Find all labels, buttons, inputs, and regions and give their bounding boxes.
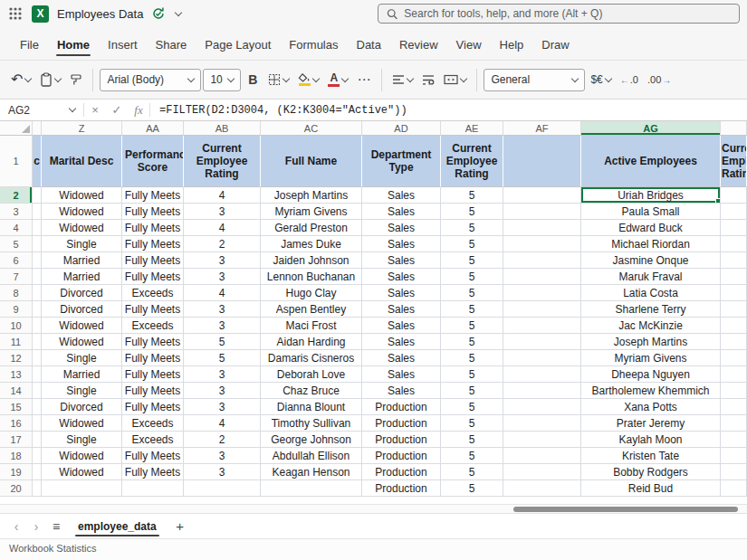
cell-aa3[interactable]: Fully Meets [122, 204, 184, 220]
cell-ab14[interactable]: 3 [184, 383, 261, 399]
cell-ad15[interactable]: Production [362, 399, 441, 415]
cell-af4[interactable] [503, 220, 581, 236]
menu-item-help[interactable]: Help [491, 32, 533, 60]
cell-ab18[interactable]: 3 [184, 448, 261, 464]
cell-ac20[interactable] [261, 480, 362, 497]
cell-ab5[interactable]: 2 [184, 236, 261, 252]
cell-af10[interactable] [503, 318, 581, 334]
cell-x11[interactable] [33, 334, 42, 350]
header-cell-partial1[interactable]: c [33, 136, 42, 187]
cell-af2[interactable] [503, 187, 581, 204]
row-header-15[interactable]: 15 [0, 399, 33, 415]
cell-ab6[interactable]: 3 [184, 252, 261, 269]
cell-ad19[interactable]: Production [362, 464, 441, 480]
cell-ag18[interactable]: Kristen Tate [581, 448, 721, 464]
cell-ac16[interactable]: Timothy Sullivan [261, 415, 362, 432]
cell-x3[interactable] [721, 204, 747, 220]
cell-af19[interactable] [503, 464, 581, 480]
row-header-17[interactable]: 17 [0, 432, 33, 448]
cell-af6[interactable] [503, 252, 581, 269]
cell-ag3[interactable]: Paula Small [581, 204, 721, 220]
insert-function-button[interactable]: fx [128, 100, 149, 120]
cell-ag16[interactable]: Prater Jeremy [581, 415, 721, 432]
header-cell-ad1[interactable]: Department Type [362, 136, 441, 187]
cell-ad10[interactable]: Sales [362, 318, 441, 334]
cell-ac15[interactable]: Dianna Blount [261, 399, 362, 415]
cell-ad3[interactable]: Sales [362, 204, 441, 220]
row-header-7[interactable]: 7 [0, 269, 33, 285]
currency-format-button[interactable]: $€ [587, 67, 614, 92]
cell-x2[interactable] [33, 187, 42, 204]
row-header-10[interactable]: 10 [0, 318, 33, 334]
decrease-decimal-button[interactable]: ← .0 [617, 67, 642, 92]
header-cell-ac1[interactable]: Full Name [261, 136, 362, 187]
cell-ad8[interactable]: Sales [362, 285, 441, 301]
paste-button[interactable] [36, 67, 64, 92]
cell-ag11[interactable]: Joseph Martins [581, 334, 721, 350]
column-header-ab[interactable]: AB [184, 121, 261, 136]
cell-x6[interactable] [721, 252, 747, 269]
row-header-5[interactable]: 5 [0, 236, 33, 252]
cell-aa16[interactable]: Exceeds [122, 415, 184, 432]
cell-x15[interactable] [721, 399, 747, 415]
cell-af5[interactable] [503, 236, 581, 252]
cell-ae4[interactable]: 5 [441, 220, 503, 236]
cell-ac13[interactable]: Deborah Love [261, 366, 362, 383]
title-chevron-down-icon[interactable] [175, 8, 182, 15]
cell-ab4[interactable]: 4 [184, 220, 261, 236]
sheet-nav-next-button[interactable]: › [27, 517, 45, 536]
cell-aa6[interactable]: Fully Meets [122, 252, 184, 269]
cell-x9[interactable] [721, 301, 747, 318]
menu-item-draw[interactable]: Draw [532, 32, 578, 60]
cell-x18[interactable] [33, 448, 42, 464]
cell-z14[interactable]: Single [42, 383, 122, 399]
cell-z19[interactable]: Widowed [42, 464, 122, 480]
cell-ae9[interactable]: 5 [441, 301, 503, 318]
select-all-corner[interactable] [0, 121, 33, 136]
cell-aa7[interactable]: Fully Meets [122, 269, 184, 285]
cell-x8[interactable] [33, 285, 42, 301]
cell-af7[interactable] [503, 269, 581, 285]
cell-ac11[interactable]: Aidan Harding [261, 334, 362, 350]
row-header-13[interactable]: 13 [0, 366, 33, 383]
font-color-button[interactable]: A [324, 67, 351, 92]
cell-z7[interactable]: Married [42, 269, 122, 285]
row-header-8[interactable]: 8 [0, 285, 33, 301]
cell-ac5[interactable]: James Duke [261, 236, 362, 252]
cell-ab8[interactable]: 4 [184, 285, 261, 301]
cell-ae11[interactable]: 5 [441, 334, 503, 350]
search-box[interactable] [378, 4, 740, 24]
cell-ad12[interactable]: Sales [362, 350, 441, 366]
cell-aa2[interactable]: Fully Meets [122, 187, 184, 204]
cell-x15[interactable] [33, 399, 42, 415]
row-header-14[interactable]: 14 [0, 383, 33, 399]
menu-item-share[interactable]: Share [147, 32, 196, 60]
cell-z2[interactable]: Widowed [42, 187, 122, 204]
cell-aa8[interactable]: Exceeds [122, 285, 184, 301]
row-header-4[interactable]: 4 [0, 220, 33, 236]
cell-z9[interactable]: Divorced [42, 301, 122, 318]
cell-z18[interactable]: Widowed [42, 448, 122, 464]
header-cell-partial1[interactable]: Current Employee Rating [721, 136, 747, 187]
font-name-combobox[interactable]: Arial (Body) [100, 69, 201, 91]
format-painter-button[interactable] [66, 67, 86, 92]
cell-ab11[interactable]: 5 [184, 334, 261, 350]
cell-aa9[interactable]: Fully Meets [122, 301, 184, 318]
column-header-af[interactable]: AF [503, 121, 581, 136]
cell-ad20[interactable]: Production [362, 480, 441, 497]
confirm-entry-button[interactable]: ✓ [106, 100, 128, 120]
merge-cells-button[interactable] [440, 67, 470, 92]
row-header-20[interactable]: 20 [0, 480, 33, 497]
menu-item-insert[interactable]: Insert [99, 32, 147, 60]
cell-ag10[interactable]: Jac McKinzie [581, 318, 721, 334]
row-header-9[interactable]: 9 [0, 301, 33, 318]
cell-x19[interactable] [721, 464, 747, 480]
cell-af12[interactable] [503, 350, 581, 366]
cell-aa20[interactable] [122, 480, 184, 497]
cell-ad7[interactable]: Sales [362, 269, 441, 285]
cell-ac3[interactable]: Myriam Givens [261, 204, 362, 220]
more-font-options-button[interactable]: ⋯ [353, 67, 375, 92]
cell-ag14[interactable]: Bartholemew Khemmich [581, 383, 721, 399]
cell-ac2[interactable]: Joseph Martins [261, 187, 362, 204]
cell-x3[interactable] [33, 204, 42, 220]
